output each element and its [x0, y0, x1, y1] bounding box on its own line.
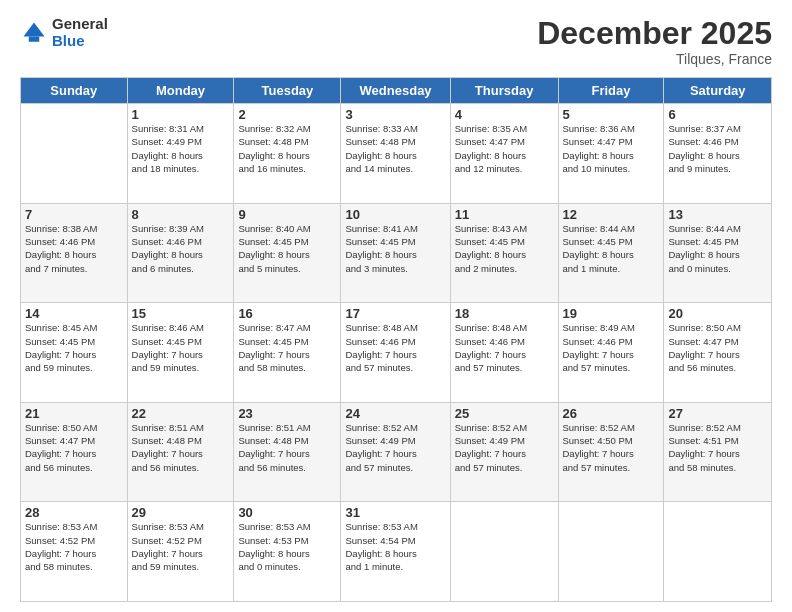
day-header-friday: Friday: [558, 78, 664, 104]
calendar-cell: 28Sunrise: 8:53 AM Sunset: 4:52 PM Dayli…: [21, 502, 128, 602]
day-header-thursday: Thursday: [450, 78, 558, 104]
cell-info: Sunrise: 8:49 AM Sunset: 4:46 PM Dayligh…: [563, 321, 660, 374]
cell-date-num: 31: [345, 505, 445, 520]
cell-info: Sunrise: 8:45 AM Sunset: 4:45 PM Dayligh…: [25, 321, 123, 374]
title-block: December 2025 Tilques, France: [537, 16, 772, 67]
cell-date-num: 5: [563, 107, 660, 122]
cell-info: Sunrise: 8:50 AM Sunset: 4:47 PM Dayligh…: [25, 421, 123, 474]
week-row-1: 1Sunrise: 8:31 AM Sunset: 4:49 PM Daylig…: [21, 104, 772, 204]
calendar-cell: 7Sunrise: 8:38 AM Sunset: 4:46 PM Daylig…: [21, 203, 128, 303]
cell-info: Sunrise: 8:43 AM Sunset: 4:45 PM Dayligh…: [455, 222, 554, 275]
calendar-cell: 4Sunrise: 8:35 AM Sunset: 4:47 PM Daylig…: [450, 104, 558, 204]
cell-info: Sunrise: 8:33 AM Sunset: 4:48 PM Dayligh…: [345, 122, 445, 175]
cell-info: Sunrise: 8:36 AM Sunset: 4:47 PM Dayligh…: [563, 122, 660, 175]
calendar-cell: [664, 502, 772, 602]
day-header-sunday: Sunday: [21, 78, 128, 104]
day-header-tuesday: Tuesday: [234, 78, 341, 104]
cell-info: Sunrise: 8:35 AM Sunset: 4:47 PM Dayligh…: [455, 122, 554, 175]
logo-text: General Blue: [52, 16, 108, 49]
cell-date-num: 24: [345, 406, 445, 421]
cell-info: Sunrise: 8:52 AM Sunset: 4:51 PM Dayligh…: [668, 421, 767, 474]
cell-date-num: 26: [563, 406, 660, 421]
cell-info: Sunrise: 8:47 AM Sunset: 4:45 PM Dayligh…: [238, 321, 336, 374]
cell-date-num: 30: [238, 505, 336, 520]
logo-icon: [20, 19, 48, 47]
cell-info: Sunrise: 8:48 AM Sunset: 4:46 PM Dayligh…: [345, 321, 445, 374]
cell-info: Sunrise: 8:52 AM Sunset: 4:49 PM Dayligh…: [455, 421, 554, 474]
cell-date-num: 28: [25, 505, 123, 520]
calendar-cell: 22Sunrise: 8:51 AM Sunset: 4:48 PM Dayli…: [127, 402, 234, 502]
day-header-row: SundayMondayTuesdayWednesdayThursdayFrid…: [21, 78, 772, 104]
calendar-cell: 25Sunrise: 8:52 AM Sunset: 4:49 PM Dayli…: [450, 402, 558, 502]
calendar-cell: [450, 502, 558, 602]
calendar-cell: 17Sunrise: 8:48 AM Sunset: 4:46 PM Dayli…: [341, 303, 450, 403]
cell-info: Sunrise: 8:46 AM Sunset: 4:45 PM Dayligh…: [132, 321, 230, 374]
cell-date-num: 27: [668, 406, 767, 421]
svg-marker-0: [24, 22, 45, 36]
cell-date-num: 7: [25, 207, 123, 222]
logo-general: General: [52, 16, 108, 33]
calendar-cell: 14Sunrise: 8:45 AM Sunset: 4:45 PM Dayli…: [21, 303, 128, 403]
cell-info: Sunrise: 8:32 AM Sunset: 4:48 PM Dayligh…: [238, 122, 336, 175]
cell-info: Sunrise: 8:48 AM Sunset: 4:46 PM Dayligh…: [455, 321, 554, 374]
cell-info: Sunrise: 8:44 AM Sunset: 4:45 PM Dayligh…: [668, 222, 767, 275]
calendar-cell: 10Sunrise: 8:41 AM Sunset: 4:45 PM Dayli…: [341, 203, 450, 303]
week-row-3: 14Sunrise: 8:45 AM Sunset: 4:45 PM Dayli…: [21, 303, 772, 403]
week-row-4: 21Sunrise: 8:50 AM Sunset: 4:47 PM Dayli…: [21, 402, 772, 502]
logo: General Blue: [20, 16, 108, 49]
cell-date-num: 9: [238, 207, 336, 222]
cell-info: Sunrise: 8:53 AM Sunset: 4:54 PM Dayligh…: [345, 520, 445, 573]
cell-info: Sunrise: 8:37 AM Sunset: 4:46 PM Dayligh…: [668, 122, 767, 175]
calendar-cell: 13Sunrise: 8:44 AM Sunset: 4:45 PM Dayli…: [664, 203, 772, 303]
week-row-2: 7Sunrise: 8:38 AM Sunset: 4:46 PM Daylig…: [21, 203, 772, 303]
cell-date-num: 10: [345, 207, 445, 222]
calendar-cell: 8Sunrise: 8:39 AM Sunset: 4:46 PM Daylig…: [127, 203, 234, 303]
calendar-cell: 24Sunrise: 8:52 AM Sunset: 4:49 PM Dayli…: [341, 402, 450, 502]
cell-info: Sunrise: 8:52 AM Sunset: 4:50 PM Dayligh…: [563, 421, 660, 474]
cell-info: Sunrise: 8:40 AM Sunset: 4:45 PM Dayligh…: [238, 222, 336, 275]
calendar-cell: 12Sunrise: 8:44 AM Sunset: 4:45 PM Dayli…: [558, 203, 664, 303]
cell-info: Sunrise: 8:38 AM Sunset: 4:46 PM Dayligh…: [25, 222, 123, 275]
day-header-wednesday: Wednesday: [341, 78, 450, 104]
cell-info: Sunrise: 8:39 AM Sunset: 4:46 PM Dayligh…: [132, 222, 230, 275]
cell-date-num: 18: [455, 306, 554, 321]
calendar-cell: 18Sunrise: 8:48 AM Sunset: 4:46 PM Dayli…: [450, 303, 558, 403]
header: General Blue December 2025 Tilques, Fran…: [20, 16, 772, 67]
cell-date-num: 21: [25, 406, 123, 421]
cell-info: Sunrise: 8:44 AM Sunset: 4:45 PM Dayligh…: [563, 222, 660, 275]
calendar-cell: 3Sunrise: 8:33 AM Sunset: 4:48 PM Daylig…: [341, 104, 450, 204]
cell-date-num: 25: [455, 406, 554, 421]
cell-date-num: 6: [668, 107, 767, 122]
cell-date-num: 19: [563, 306, 660, 321]
logo-blue: Blue: [52, 33, 108, 50]
cell-date-num: 3: [345, 107, 445, 122]
cell-info: Sunrise: 8:41 AM Sunset: 4:45 PM Dayligh…: [345, 222, 445, 275]
calendar-cell: 27Sunrise: 8:52 AM Sunset: 4:51 PM Dayli…: [664, 402, 772, 502]
week-row-5: 28Sunrise: 8:53 AM Sunset: 4:52 PM Dayli…: [21, 502, 772, 602]
calendar-cell: 16Sunrise: 8:47 AM Sunset: 4:45 PM Dayli…: [234, 303, 341, 403]
cell-date-num: 14: [25, 306, 123, 321]
cell-date-num: 29: [132, 505, 230, 520]
day-header-saturday: Saturday: [664, 78, 772, 104]
cell-date-num: 17: [345, 306, 445, 321]
cell-date-num: 15: [132, 306, 230, 321]
cell-date-num: 4: [455, 107, 554, 122]
calendar-cell: 30Sunrise: 8:53 AM Sunset: 4:53 PM Dayli…: [234, 502, 341, 602]
cell-info: Sunrise: 8:52 AM Sunset: 4:49 PM Dayligh…: [345, 421, 445, 474]
calendar-table: SundayMondayTuesdayWednesdayThursdayFrid…: [20, 77, 772, 602]
cell-info: Sunrise: 8:31 AM Sunset: 4:49 PM Dayligh…: [132, 122, 230, 175]
calendar-cell: [558, 502, 664, 602]
calendar-cell: 23Sunrise: 8:51 AM Sunset: 4:48 PM Dayli…: [234, 402, 341, 502]
calendar-cell: 9Sunrise: 8:40 AM Sunset: 4:45 PM Daylig…: [234, 203, 341, 303]
cell-info: Sunrise: 8:53 AM Sunset: 4:52 PM Dayligh…: [132, 520, 230, 573]
location: Tilques, France: [537, 51, 772, 67]
cell-date-num: 12: [563, 207, 660, 222]
calendar-cell: 26Sunrise: 8:52 AM Sunset: 4:50 PM Dayli…: [558, 402, 664, 502]
cell-date-num: 23: [238, 406, 336, 421]
cell-info: Sunrise: 8:53 AM Sunset: 4:53 PM Dayligh…: [238, 520, 336, 573]
calendar-cell: 5Sunrise: 8:36 AM Sunset: 4:47 PM Daylig…: [558, 104, 664, 204]
cell-date-num: 20: [668, 306, 767, 321]
cell-info: Sunrise: 8:53 AM Sunset: 4:52 PM Dayligh…: [25, 520, 123, 573]
calendar-cell: 20Sunrise: 8:50 AM Sunset: 4:47 PM Dayli…: [664, 303, 772, 403]
calendar-cell: 6Sunrise: 8:37 AM Sunset: 4:46 PM Daylig…: [664, 104, 772, 204]
